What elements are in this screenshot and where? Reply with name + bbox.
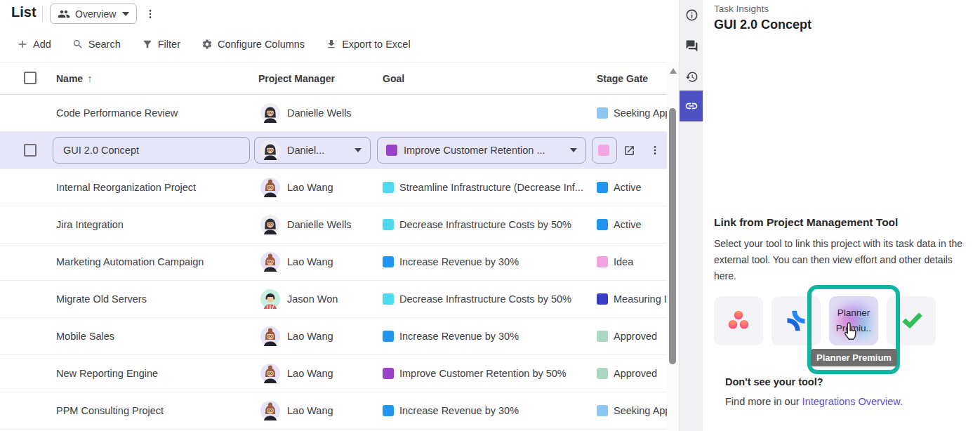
chevron-down-icon	[570, 148, 577, 152]
goal-color-swatch	[383, 182, 394, 193]
chevron-down-icon	[355, 148, 362, 152]
goal-label: Increase Revenue by 30%	[399, 392, 519, 429]
table-row[interactable]: New Reporting Engine Lao Wang Improve Cu…	[0, 355, 667, 392]
table-row[interactable]: Migrate Old Servers Jason Won Decrease I…	[0, 281, 667, 318]
info-icon[interactable]	[680, 2, 703, 27]
table-header-row: Name↑ Project Manager Goal Stage Gate	[0, 62, 667, 95]
select-all-checkbox[interactable]	[24, 72, 37, 84]
gear-icon	[201, 39, 213, 50]
open-project-icon[interactable]	[623, 145, 635, 157]
goal-label: Decrease Infrastructure Costs by 50%	[399, 281, 571, 317]
export-to-excel-button[interactable]: Export to Excel	[326, 39, 411, 50]
comments-icon[interactable]	[680, 33, 703, 58]
project-name: Jira Integration	[56, 206, 124, 243]
stage-color-swatch	[597, 293, 608, 305]
avatar	[260, 364, 280, 383]
avatar	[260, 252, 280, 272]
add-button[interactable]: Add	[17, 39, 51, 50]
avatar	[260, 140, 280, 160]
goal-color-swatch	[386, 145, 397, 156]
stage-color-swatch	[597, 182, 608, 193]
goal-label: Improve Customer Retention ...	[404, 145, 545, 156]
avatar	[260, 289, 280, 309]
row-checkbox[interactable]	[24, 144, 37, 157]
jira-logo-icon	[783, 307, 809, 334]
column-header-manager[interactable]: Project Manager	[258, 62, 335, 95]
stage-color-swatch	[597, 405, 608, 416]
avatar	[260, 401, 280, 420]
hand-cursor-icon	[840, 321, 859, 343]
tool-tile-asana[interactable]	[714, 296, 763, 345]
panel-eyebrow: Task Insights	[714, 4, 769, 14]
people-icon	[58, 8, 70, 20]
project-manager: Lao Wang	[287, 318, 333, 354]
table-row[interactable]: Mobile Sales Lao Wang Increase Revenue b…	[0, 318, 667, 355]
section-heading: Link from Project Management Tool	[714, 216, 976, 229]
history-icon[interactable]	[680, 64, 703, 89]
configure-columns-button[interactable]: Configure Columns	[201, 39, 305, 50]
avatar	[260, 326, 280, 346]
table-row[interactable]: PPM Consulting Project Lao Wang Increase…	[0, 392, 667, 430]
sort-ascending-icon[interactable]: ↑	[87, 72, 93, 84]
tool-tile-jira[interactable]	[772, 296, 821, 345]
project-name: PPM Consulting Project	[56, 392, 164, 429]
column-header-stage[interactable]: Stage Gate	[597, 62, 648, 95]
link-tool-section: Link from Project Management Tool Select…	[714, 216, 976, 345]
footer-question: Don't see your tool?	[725, 376, 823, 387]
green-check-logo-icon	[898, 307, 925, 334]
stage-gate-dropdown[interactable]	[592, 137, 617, 164]
stage-label: Active	[614, 206, 642, 243]
stage-label: Seeking Approval	[614, 392, 667, 429]
goal-label: Increase Revenue by 30%	[399, 244, 519, 280]
stage-color-swatch	[598, 145, 609, 156]
project-name: New Reporting Engine	[56, 355, 158, 392]
page-title: List	[11, 4, 37, 20]
stage-label: Approved	[614, 318, 657, 354]
list-options-kebab-button[interactable]	[143, 6, 158, 22]
tooltip: Planner Premium	[811, 349, 897, 366]
project-manager: Lao Wang	[287, 169, 333, 206]
section-description: Select your tool to link this project wi…	[714, 236, 976, 284]
row-options-kebab-button[interactable]	[649, 142, 661, 158]
table-row[interactable]: Jira Integration Danielle Wells Decrease…	[0, 206, 667, 244]
task-insights-panel: Task Insights GUI 2.0 Concept Link from …	[703, 0, 980, 431]
goal-color-swatch	[383, 256, 394, 267]
scroll-up-arrow-icon[interactable]	[670, 68, 677, 74]
scrollbar-thumb[interactable]	[669, 108, 676, 364]
link-icon[interactable]	[680, 91, 703, 121]
plus-icon	[17, 39, 28, 50]
download-icon	[326, 39, 337, 50]
stage-label: Seeking Approval	[614, 95, 667, 131]
goal-color-swatch	[383, 331, 394, 342]
goal-color-swatch	[383, 405, 394, 416]
filter-icon	[142, 39, 153, 50]
table-row-selected[interactable]: GUI 2.0 Concept Daniel... Improve Custom…	[0, 132, 667, 169]
goal-label: Streamline Infrastructure (Decrease Inf.…	[399, 169, 583, 206]
search-button[interactable]: Search	[72, 39, 121, 50]
table-scrollbar[interactable]	[667, 62, 679, 431]
asana-logo-icon	[725, 307, 752, 334]
integrations-overview-link[interactable]: Integrations Overview.	[802, 396, 903, 407]
table-row[interactable]: Code Performance Review Danielle Wells S…	[0, 95, 667, 132]
table-row[interactable]: Marketing Automation Campaign Lao Wang I…	[0, 244, 667, 281]
project-manager-dropdown[interactable]: Daniel...	[254, 137, 371, 164]
goal-color-swatch	[383, 219, 394, 230]
table-row[interactable]: Internal Reorganization Project Lao Wang…	[0, 169, 667, 206]
stage-color-swatch	[597, 219, 608, 230]
column-header-name: Name	[56, 73, 83, 84]
goal-label: Increase Revenue by 30%	[399, 318, 519, 354]
goal-color-swatch	[383, 293, 394, 305]
view-selector-button[interactable]: Overview	[50, 4, 137, 24]
project-manager: Lao Wang	[287, 392, 333, 429]
project-manager: Danielle Wells	[287, 206, 352, 243]
divider	[42, 6, 43, 22]
project-name: Code Performance Review	[56, 95, 178, 131]
top-bar: List Overview	[0, 0, 680, 28]
project-name: Marketing Automation Campaign	[56, 244, 204, 280]
tool-tile-green-check[interactable]	[887, 296, 936, 345]
column-header-goal[interactable]: Goal	[383, 62, 404, 95]
goal-dropdown[interactable]: Improve Customer Retention ...	[377, 137, 586, 164]
projects-table: Name↑ Project Manager Goal Stage Gate Co…	[0, 62, 667, 431]
filter-button[interactable]: Filter	[142, 39, 180, 50]
project-name-input[interactable]: GUI 2.0 Concept	[53, 137, 250, 164]
